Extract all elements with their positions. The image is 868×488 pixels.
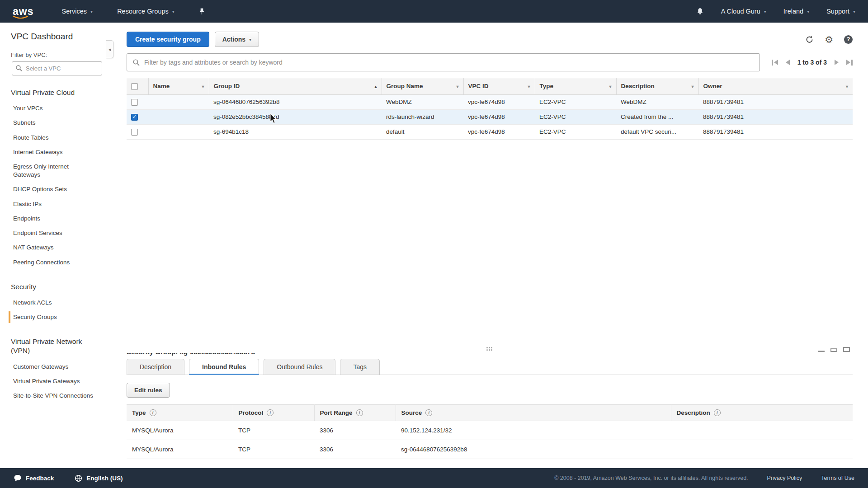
aws-logo[interactable]: aws — [13, 6, 33, 17]
sidebar-item-virtual-private-gateways[interactable]: Virtual Private Gateways — [0, 374, 106, 389]
rule-description — [671, 440, 853, 459]
language-selector[interactable]: English (US) — [75, 474, 123, 482]
tab-tags[interactable]: Tags — [340, 359, 380, 375]
sidebar-item-endpoints[interactable]: Endpoints — [0, 211, 106, 226]
info-icon — [714, 409, 721, 416]
sidebar-item-peering-connections[interactable]: Peering Connections — [0, 255, 106, 270]
filter-caret-icon[interactable]: ▾ — [691, 84, 693, 89]
filter-search-input[interactable] — [144, 59, 754, 66]
create-security-group-button[interactable]: Create security group — [127, 32, 209, 47]
sidebar-item-egress-only-internet-gateways[interactable]: Egress Only Internet Gateways — [0, 160, 106, 182]
filter-caret-icon[interactable]: ▾ — [846, 84, 848, 89]
notifications-bell-icon[interactable] — [696, 7, 704, 15]
tab-inbound-rules[interactable]: Inbound Rules — [189, 359, 259, 375]
sidebar-item-subnets[interactable]: Subnets — [0, 116, 106, 130]
pagination-next-button[interactable] — [835, 60, 839, 65]
panel-restore-icon[interactable] — [830, 348, 837, 352]
rule-row: MYSQL/Aurora TCP 3306 90.152.124.231/32 — [127, 421, 853, 440]
sidebar-item-site-to-site-vpn-connections[interactable]: Site-to-Site VPN Connections — [0, 389, 106, 403]
pin-shortcut-icon[interactable] — [199, 8, 205, 15]
sidebar-item-security-groups[interactable]: Security Groups — [0, 310, 106, 324]
first-page-icon — [774, 60, 778, 65]
panel-minimize-icon[interactable] — [818, 351, 825, 352]
aws-console: aws Services ▾ Resource Groups ▾ A Cloud… — [0, 0, 868, 488]
row-checkbox[interactable] — [131, 114, 138, 121]
sidebar-item-endpoint-services[interactable]: Endpoint Services — [0, 226, 106, 240]
search-icon — [15, 65, 23, 74]
splitter-grip-icon — [486, 347, 493, 352]
pagination-last-button[interactable] — [846, 60, 853, 66]
security-groups-table: Name▾ Group ID▴ Group Name▾ VPC ID▾ Type… — [127, 78, 853, 140]
filter-caret-icon[interactable]: ▾ — [202, 84, 204, 89]
panel-maximize-icon[interactable] — [843, 347, 850, 352]
filter-search-box[interactable] — [127, 53, 760, 71]
info-icon — [267, 409, 274, 416]
row-checkbox[interactable] — [131, 99, 138, 106]
column-header-description[interactable]: Description▾ — [616, 78, 698, 95]
nav-region-menu[interactable]: Ireland ▾ — [783, 8, 809, 15]
column-header-type[interactable]: Type▾ — [535, 78, 616, 95]
cell-name — [148, 124, 209, 139]
cell-description: WebDMZ — [616, 94, 698, 109]
sidebar-item-dhcp-options-sets[interactable]: DHCP Options Sets — [0, 182, 106, 197]
sidebar-collapse-button[interactable]: ◂ — [106, 40, 113, 58]
sidebar-item-your-vpcs[interactable]: Your VPCs — [0, 101, 106, 116]
inbound-rules-table: Type Protocol Port Range Source Descript… — [127, 404, 853, 459]
filter-caret-icon[interactable]: ▾ — [528, 84, 530, 89]
cell-vpc-id: vpc-fe674d98 — [463, 124, 535, 139]
gear-icon[interactable]: ⚙ — [825, 35, 833, 44]
select-all-checkbox[interactable] — [131, 83, 138, 90]
nav-services[interactable]: Services ▾ — [61, 8, 93, 15]
filter-caret-icon[interactable]: ▾ — [456, 84, 458, 89]
rules-column-protocol: Protocol — [233, 405, 314, 421]
actions-button[interactable]: Actions ▾ — [215, 32, 259, 47]
sidebar-item-nat-gateways[interactable]: NAT Gateways — [0, 240, 106, 255]
sidebar-item-route-tables[interactable]: Route Tables — [0, 131, 106, 145]
cell-type: EC2-VPC — [535, 124, 616, 139]
tab-outbound-rules[interactable]: Outbound Rules — [264, 359, 335, 375]
pagination-label: 1 to 3 of 3 — [797, 59, 827, 66]
cell-group-id: sg-064468076256392b8 — [209, 94, 382, 109]
table-row[interactable]: sg-082e52bbc3845887d rds-launch-wizard v… — [127, 109, 853, 124]
nav-support-menu[interactable]: Support ▾ — [826, 8, 855, 15]
row-checkbox[interactable] — [131, 129, 138, 136]
rules-column-type: Type — [127, 405, 233, 421]
table-row[interactable]: sg-694b1c18 default vpc-fe674d98 EC2-VPC… — [127, 124, 853, 139]
sidebar-item-internet-gateways[interactable]: Internet Gateways — [0, 145, 106, 160]
column-header-group-name[interactable]: Group Name▾ — [382, 78, 463, 95]
help-icon[interactable]: ? — [844, 35, 853, 44]
pagination-prev-button[interactable] — [786, 60, 790, 65]
refresh-icon[interactable] — [805, 35, 814, 44]
nav-resource-groups[interactable]: Resource Groups ▾ — [117, 8, 175, 15]
table-row[interactable]: sg-064468076256392b8 WebDMZ vpc-fe674d98… — [127, 94, 853, 109]
cell-type: EC2-VPC — [535, 94, 616, 109]
sidebar-item-network-acls[interactable]: Network ACLs — [0, 296, 106, 310]
rule-description — [671, 421, 853, 440]
column-header-name[interactable]: Name▾ — [148, 78, 209, 95]
column-header-owner[interactable]: Owner▾ — [698, 78, 853, 95]
feedback-button[interactable]: Feedback — [14, 474, 54, 482]
cell-description: Created from the ... — [616, 109, 698, 124]
top-nav-right: A Cloud Guru ▾ Ireland ▾ Support ▾ — [696, 7, 855, 15]
vpc-filter-input[interactable] — [12, 61, 102, 75]
nav-account-menu[interactable]: A Cloud Guru ▾ — [721, 8, 766, 15]
footer: Feedback English (US) © 2008 - 2019, Ama… — [0, 468, 868, 488]
info-icon — [150, 409, 156, 416]
panel-splitter[interactable] — [127, 346, 853, 353]
privacy-policy-link[interactable]: Privacy Policy — [767, 475, 802, 481]
aws-smile-icon — [13, 15, 28, 20]
terms-of-use-link[interactable]: Terms of Use — [821, 475, 854, 481]
column-header-group-id[interactable]: Group ID▴ — [209, 78, 382, 95]
edit-rules-button[interactable]: Edit rules — [127, 383, 170, 398]
filter-caret-icon[interactable]: ▾ — [609, 84, 611, 89]
sidebar-item-elastic-ips[interactable]: Elastic IPs — [0, 197, 106, 211]
sidebar-item-customer-gateways[interactable]: Customer Gateways — [0, 360, 106, 374]
rule-type: MYSQL/Aurora — [127, 421, 233, 440]
tab-description[interactable]: Description — [127, 359, 184, 375]
section-heading-vpc: Virtual Private Cloud — [11, 88, 95, 97]
pagination-first-button[interactable] — [772, 60, 778, 66]
sort-asc-icon: ▴ — [374, 84, 377, 89]
rules-header-row: Type Protocol Port Range Source Descript… — [127, 405, 853, 421]
column-header-vpc-id[interactable]: VPC ID▾ — [463, 78, 535, 95]
rules-column-port-range: Port Range — [314, 405, 396, 421]
